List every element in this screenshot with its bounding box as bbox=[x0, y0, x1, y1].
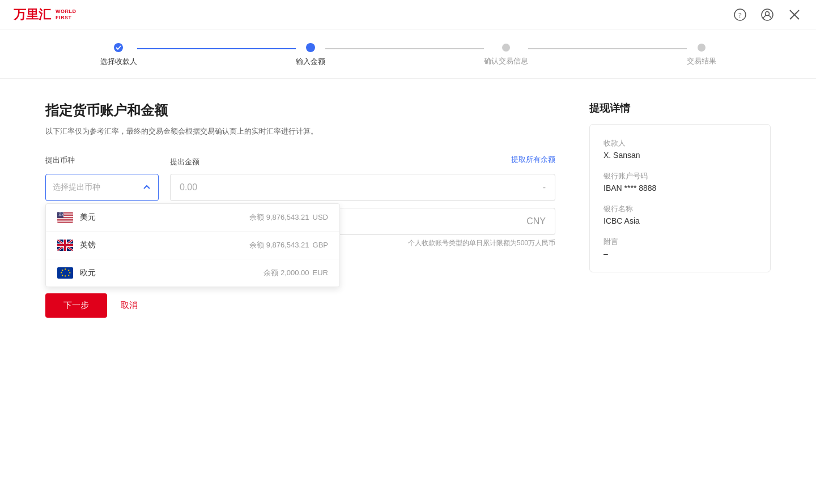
note-value: – bbox=[604, 249, 756, 258]
bank-account-item: 银行账户号码 IBAN **** 8888 bbox=[604, 171, 756, 193]
from-currency-label: 提出币种 bbox=[45, 156, 75, 164]
balance-label-eur: 余额 bbox=[264, 268, 280, 277]
cancel-button[interactable]: 取消 bbox=[121, 300, 138, 311]
currency-option-usd[interactable]: ★★★★ ★★★ ★★★★ 美元 余额 9,876,543.21USD bbox=[46, 204, 339, 232]
close-icon[interactable] bbox=[787, 7, 802, 23]
extract-all-link[interactable]: 提取所有余额 bbox=[511, 155, 555, 169]
note-item: 附言 – bbox=[604, 237, 756, 258]
from-amount-field[interactable]: 0.00 - bbox=[170, 174, 555, 201]
step-4-label: 交易结果 bbox=[687, 56, 716, 66]
balance-gbp: 余额 9,876,543.21GBP bbox=[249, 240, 328, 250]
help-icon[interactable]: ? bbox=[732, 7, 748, 23]
balance-usd: 余额 9,876,543.21USD bbox=[249, 212, 328, 223]
step-2-label: 输入金额 bbox=[296, 57, 325, 67]
step-2: 输入金额 bbox=[296, 43, 325, 67]
step-4: 交易结果 bbox=[687, 44, 716, 66]
form-inputs-row: 选择提出币种 bbox=[45, 174, 555, 201]
step-3: 确认交易信息 bbox=[484, 44, 528, 66]
app-header: 万里汇 WORLD FIRST ? bbox=[0, 0, 816, 29]
svg-rect-10 bbox=[57, 218, 73, 219]
bank-account-value: IBAN **** 8888 bbox=[604, 183, 756, 193]
step-3-dot bbox=[502, 44, 510, 52]
connector-2-3 bbox=[325, 48, 484, 49]
recipient-value: X. Sansan bbox=[604, 151, 756, 160]
flag-eu: ★ ★ ★ ★ ★ ★ ★ ★ bbox=[57, 267, 73, 279]
logo-chinese: 万里汇 bbox=[14, 6, 51, 23]
balance-label-usd: 余额 bbox=[249, 213, 266, 221]
page-title: 指定货币账户和金额 bbox=[45, 101, 555, 119]
svg-rect-11 bbox=[57, 220, 73, 221]
step-1-label: 选择收款人 bbox=[100, 57, 137, 67]
step-2-dot bbox=[306, 43, 315, 52]
currency-name-gbp: 英镑 bbox=[80, 240, 96, 250]
svg-text:?: ? bbox=[738, 11, 742, 19]
svg-text:★: ★ bbox=[62, 215, 64, 217]
flag-us: ★★★★ ★★★ ★★★★ bbox=[57, 212, 73, 223]
step-1-dot bbox=[114, 43, 123, 52]
main-content: 指定货币账户和金额 以下汇率仅为参考汇率，最终的交易金额会根据交易确认页上的实时… bbox=[0, 79, 816, 340]
left-panel: 指定货币账户和金额 以下汇率仅为参考汇率，最终的交易金额会根据交易确认页上的实时… bbox=[45, 101, 555, 318]
next-button[interactable]: 下一步 bbox=[45, 293, 107, 318]
bank-name-label: 银行名称 bbox=[604, 204, 756, 214]
from-amount-dash: - bbox=[543, 182, 546, 193]
step-3-label: 确认交易信息 bbox=[484, 56, 528, 66]
flag-uk bbox=[57, 240, 73, 251]
currency-name-eur: 欧元 bbox=[80, 268, 96, 278]
currency-dropdown: ★★★★ ★★★ ★★★★ 美元 余额 9,876,543.21USD bbox=[45, 203, 340, 287]
amount-label-wrapper: 提出金额 提取所有余额 bbox=[170, 155, 555, 169]
header-actions: ? bbox=[732, 7, 802, 23]
to-currency-label: CNY bbox=[526, 216, 546, 227]
currency-option-eur[interactable]: ★ ★ ★ ★ ★ ★ ★ ★ 欧 bbox=[46, 259, 339, 287]
amount-label: 提出金额 bbox=[170, 157, 199, 167]
from-currency-wrapper: 选择提出币种 bbox=[45, 174, 159, 201]
currency-name-usd: 美元 bbox=[80, 212, 96, 223]
logo: 万里汇 WORLD FIRST bbox=[14, 6, 76, 23]
right-panel: 提现详情 收款人 X. Sansan 银行账户号码 IBAN **** 8888… bbox=[589, 101, 771, 318]
from-amount-wrapper: 0.00 - bbox=[170, 174, 555, 201]
balance-eur: 余额 2,000.00EUR bbox=[264, 268, 328, 278]
recipient-label: 收款人 bbox=[604, 138, 756, 148]
logo-english: WORLD FIRST bbox=[56, 8, 76, 21]
form-labels-row: 提出币种 提出金额 提取所有余额 bbox=[45, 155, 555, 169]
from-currency-select[interactable]: 选择提出币种 bbox=[45, 174, 159, 201]
from-currency-select-text: 选择提出币种 bbox=[53, 182, 100, 193]
progress-steps: 选择收款人 输入金额 确认交易信息 交易结果 bbox=[0, 29, 816, 79]
step-1: 选择收款人 bbox=[100, 43, 137, 67]
user-icon[interactable] bbox=[759, 7, 775, 23]
balance-label-gbp: 余额 bbox=[249, 241, 266, 249]
svg-rect-33 bbox=[57, 244, 73, 246]
sidebar-title: 提现详情 bbox=[589, 101, 771, 115]
connector-1-2 bbox=[137, 48, 296, 49]
bank-name-value: ICBC Asia bbox=[604, 216, 756, 225]
recipient-item: 收款人 X. Sansan bbox=[604, 138, 756, 160]
chevron-up-icon bbox=[142, 183, 151, 192]
page-subtitle: 以下汇率仅为参考汇率，最终的交易金额会根据交易确认页上的实时汇率进行计算。 bbox=[45, 126, 555, 136]
detail-card: 收款人 X. Sansan 银行账户号码 IBAN **** 8888 银行名称… bbox=[589, 124, 771, 272]
svg-rect-12 bbox=[57, 221, 73, 223]
bank-name-item: 银行名称 ICBC Asia bbox=[604, 204, 756, 225]
note-label: 附言 bbox=[604, 237, 756, 247]
button-row: 下一步 取消 bbox=[45, 293, 555, 318]
step-4-dot bbox=[698, 44, 706, 52]
from-amount-value: 0.00 bbox=[180, 182, 197, 193]
from-currency-label-wrapper: 提出币种 bbox=[45, 155, 159, 169]
currency-option-gbp[interactable]: 英镑 余额 9,876,543.21GBP bbox=[46, 232, 339, 259]
connector-3-4 bbox=[528, 48, 687, 49]
bank-account-label: 银行账户号码 bbox=[604, 171, 756, 181]
